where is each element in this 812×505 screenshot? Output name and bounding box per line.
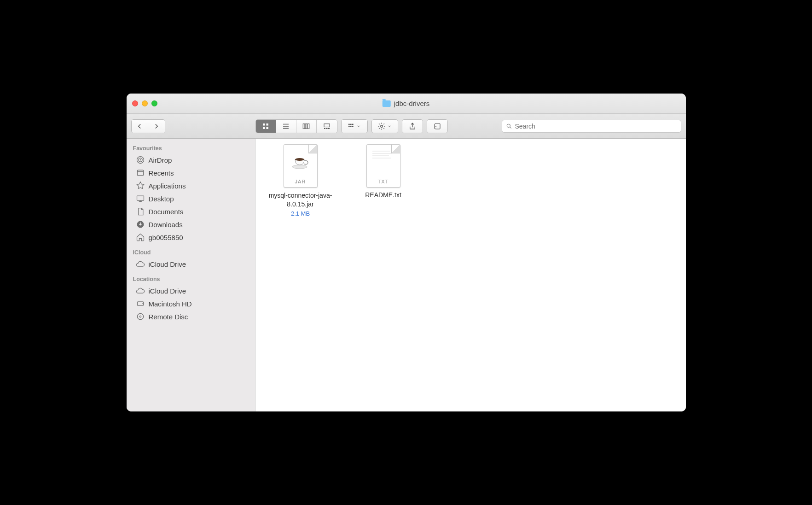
svg-rect-0 [263, 123, 265, 126]
search-input[interactable] [515, 123, 677, 130]
action-button[interactable] [372, 120, 398, 133]
sidebar-item-label: Remote Disc [149, 313, 188, 321]
airdrop-icon [136, 155, 145, 164]
close-button[interactable] [132, 100, 138, 106]
sidebar-heading-locations: Locations [127, 273, 255, 284]
sidebar-item-home[interactable]: gb0055850 [127, 231, 255, 244]
titlebar: jdbc-drivers [127, 94, 686, 114]
cloud-icon [136, 259, 145, 269]
svg-rect-15 [350, 126, 352, 127]
search-box[interactable] [502, 120, 681, 133]
svg-rect-7 [324, 123, 330, 127]
sidebar-heading-icloud: iCloud [127, 247, 255, 258]
file-item-jar[interactable]: JAR mysql-connector-java-8.0.15.jar 2.1 … [264, 144, 337, 217]
disc-icon [136, 312, 145, 321]
text-lines-icon [371, 149, 394, 168]
cloud-icon [136, 286, 145, 295]
svg-point-17 [381, 125, 383, 127]
sidebar-item-label: Downloads [149, 221, 183, 229]
forward-button[interactable] [148, 120, 165, 133]
chevron-right-icon [152, 122, 161, 130]
file-item-txt[interactable]: TXT README.txt [347, 144, 420, 199]
sidebar-item-remote-disc[interactable]: Remote Disc [127, 310, 255, 323]
svg-rect-6 [307, 123, 309, 129]
sidebar-item-label: iCloud Drive [149, 287, 186, 295]
file-icon: TXT [366, 144, 400, 188]
tags-button[interactable] [427, 120, 447, 133]
sidebar-item-label: Documents [149, 208, 184, 216]
documents-icon [136, 207, 145, 216]
sidebar[interactable]: Favourites AirDrop Recents Applications … [127, 139, 255, 411]
file-size: 2.1 MB [291, 210, 310, 217]
home-icon [136, 233, 145, 242]
toolbar [127, 114, 686, 139]
share-icon [408, 122, 417, 130]
sidebar-item-recents[interactable]: Recents [127, 166, 255, 179]
file-icon: JAR [284, 144, 318, 188]
svg-rect-5 [305, 123, 307, 129]
downloads-icon [136, 220, 145, 229]
icon-view-button[interactable] [256, 120, 276, 133]
gallery-icon [323, 122, 331, 130]
svg-point-30 [292, 165, 307, 169]
file-name: README.txt [365, 191, 401, 199]
group-by-button[interactable] [342, 120, 367, 133]
share-group [402, 119, 423, 133]
sidebar-item-label: Macintosh HD [149, 300, 192, 308]
svg-rect-13 [352, 123, 354, 125]
share-button[interactable] [402, 120, 423, 133]
tag-icon [433, 122, 441, 130]
gallery-view-button[interactable] [317, 120, 337, 133]
svg-point-19 [507, 124, 510, 127]
sidebar-item-icloud-drive-2[interactable]: iCloud Drive [127, 284, 255, 297]
svg-rect-8 [324, 128, 325, 129]
chevron-down-icon [387, 122, 392, 130]
svg-rect-1 [267, 123, 269, 126]
sidebar-item-label: AirDrop [149, 156, 172, 164]
svg-rect-23 [137, 170, 143, 176]
sidebar-item-label: gb0055850 [149, 234, 183, 241]
tags-group [427, 119, 448, 133]
file-name: mysql-connector-java-8.0.15.jar [264, 191, 337, 209]
sidebar-heading-favourites: Favourites [127, 142, 255, 153]
sidebar-item-macintosh-hd[interactable]: Macintosh HD [127, 297, 255, 310]
grid-icon [261, 122, 270, 130]
columns-icon [302, 122, 310, 130]
group-icon [348, 122, 355, 130]
svg-rect-14 [348, 126, 350, 127]
window-title: jdbc-drivers [383, 100, 430, 107]
chevron-down-icon [356, 122, 361, 130]
chevron-left-icon [135, 122, 144, 130]
minimize-button[interactable] [142, 100, 148, 106]
list-icon [282, 122, 290, 130]
sidebar-item-desktop[interactable]: Desktop [127, 192, 255, 205]
svg-rect-12 [350, 123, 352, 125]
finder-window: jdbc-drivers [127, 94, 686, 411]
sidebar-item-label: Recents [149, 169, 174, 177]
sidebar-item-downloads[interactable]: Downloads [127, 218, 255, 231]
sidebar-item-icloud-drive[interactable]: iCloud Drive [127, 258, 255, 270]
sidebar-item-airdrop[interactable]: AirDrop [127, 153, 255, 166]
svg-rect-24 [137, 196, 144, 200]
svg-point-29 [139, 316, 141, 317]
recents-icon [136, 168, 145, 177]
group-by-group [341, 119, 368, 133]
content-pane[interactable]: JAR mysql-connector-java-8.0.15.jar 2.1 … [255, 139, 686, 411]
svg-rect-9 [326, 128, 327, 129]
svg-rect-11 [348, 123, 350, 125]
sidebar-item-applications[interactable]: Applications [127, 179, 255, 192]
svg-point-18 [435, 125, 436, 126]
back-button[interactable] [132, 120, 148, 133]
column-view-button[interactable] [296, 120, 317, 133]
gear-icon [377, 122, 386, 130]
zoom-button[interactable] [151, 100, 157, 106]
sidebar-item-label: iCloud Drive [149, 260, 186, 268]
sidebar-item-documents[interactable]: Documents [127, 205, 255, 218]
java-cup-icon [291, 154, 310, 170]
svg-point-27 [142, 303, 143, 304]
svg-point-28 [137, 313, 143, 319]
svg-rect-3 [267, 127, 269, 129]
list-view-button[interactable] [276, 120, 296, 133]
action-group [371, 119, 398, 133]
view-mode-group [255, 119, 337, 133]
